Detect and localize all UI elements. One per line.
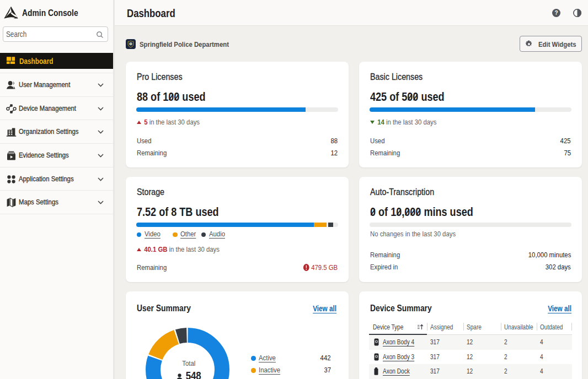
svg-text:?: ? [554,10,558,16]
